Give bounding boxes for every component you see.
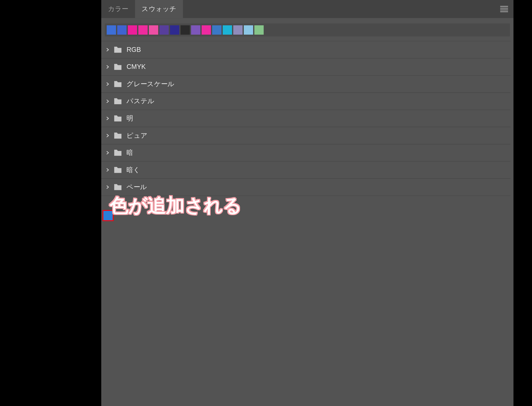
folder-row[interactable]: CMYK [101,58,511,76]
chevron-right-icon [105,151,110,155]
folder-icon [114,184,122,190]
tab-swatches[interactable]: スウォッチ [135,0,183,18]
recent-swatches-strip [105,23,510,36]
chevron-right-icon [105,185,110,189]
folder-row[interactable]: RGB [101,41,511,59]
folder-label: 明 [126,114,133,123]
folder-row[interactable]: グレースケール [101,75,511,93]
chevron-right-icon [105,116,110,121]
swatch-2[interactable] [128,25,137,35]
swatch-11[interactable] [223,25,232,35]
folder-icon [114,149,122,156]
folder-label: CMYK [126,63,146,71]
folder-label: 暗く [126,165,140,175]
swatch-3[interactable] [138,25,148,35]
swatch-5[interactable] [159,25,169,35]
tab-color[interactable]: カラー [101,0,135,18]
panel-tabbar: カラー スウォッチ [101,0,513,18]
folder-icon [114,81,122,87]
stage: カラー スウォッチ RGBCMYKグレースケールパステル明ピュア暗暗くペール 色… [0,0,532,406]
folder-label: ピュア [126,131,147,140]
chevron-right-icon [105,168,110,172]
swatch-0[interactable] [107,25,116,35]
folder-label: RGB [126,46,141,54]
swatch-6[interactable] [170,25,179,35]
chevron-right-icon [105,48,110,52]
swatch-13[interactable] [244,25,253,35]
swatch-14[interactable] [254,25,264,35]
chevron-right-icon [105,133,110,138]
swatch-10[interactable] [212,25,222,35]
folder-icon [114,98,122,105]
annotation-text: 色が追加される [110,193,242,218]
swatches-panel: カラー スウォッチ RGBCMYKグレースケールパステル明ピュア暗暗くペール 色… [101,0,513,406]
folder-row[interactable]: 暗 [101,144,511,162]
swatch-4[interactable] [149,25,158,35]
folder-label: ペール [126,183,147,192]
folder-label: パステル [126,97,154,106]
chevron-right-icon [105,65,110,69]
chevron-right-icon [105,82,110,86]
swatch-1[interactable] [117,25,127,35]
folder-row[interactable]: 明 [101,110,511,127]
folder-list: RGBCMYKグレースケールパステル明ピュア暗暗くペール [101,41,511,196]
swatch-9[interactable] [202,25,211,35]
folder-row[interactable]: ピュア [101,127,511,144]
panel-menu-icon[interactable] [500,6,508,12]
folder-icon [114,167,122,173]
swatch-12[interactable] [233,25,243,35]
chevron-right-icon [105,99,110,103]
folder-icon [114,115,122,122]
folder-label: 暗 [126,148,133,157]
folder-label: グレースケール [126,80,174,89]
folder-icon [114,63,122,70]
folder-icon [114,46,122,53]
folder-row[interactable]: パステル [101,93,511,110]
swatch-8[interactable] [191,25,201,35]
folder-icon [114,132,122,139]
folder-row[interactable]: 暗く [101,161,511,179]
swatch-7[interactable] [181,25,190,35]
